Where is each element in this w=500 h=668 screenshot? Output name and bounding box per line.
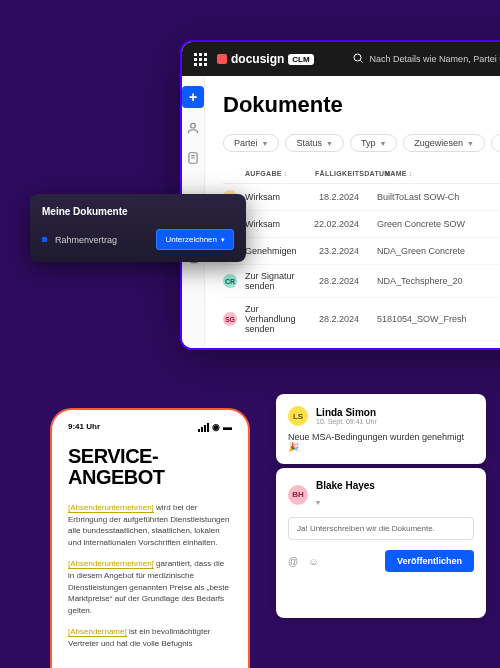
status-bar: 9:41 Uhr ◉ ▬: [68, 422, 232, 432]
battery-icon: ▬: [223, 422, 232, 432]
user-icon[interactable]: [183, 118, 203, 138]
date-cell: 22.02.2024: [307, 219, 377, 229]
apps-grid-icon[interactable]: [194, 53, 207, 66]
chevron-down-icon: ▼: [379, 140, 386, 147]
sender-company-placeholder[interactable]: [Absenderunternehmen]: [68, 559, 154, 569]
mention-icon[interactable]: @: [288, 556, 298, 567]
task-cell: Genehmigen: [245, 246, 307, 256]
date-cell: 18.2.2024: [307, 192, 377, 202]
mydocs-item[interactable]: Rahmenvertrag: [55, 235, 148, 245]
mydocs-title: Meine Dokumente: [42, 206, 234, 217]
avatar[interactable]: LS: [288, 406, 308, 426]
chevron-down-icon[interactable]: ▾: [316, 498, 320, 507]
doc-para-3: [Absendername] ist ein bevollmächtigter …: [68, 626, 232, 649]
col-name: NAME↕: [385, 170, 500, 177]
name-cell: Green Concrete SOW: [377, 219, 500, 229]
sort-icon[interactable]: ↕: [284, 170, 288, 177]
app-topbar: docusign CLM Nach Details wie Namen, Par…: [182, 42, 500, 76]
name-cell: NDA_Green Concrete: [377, 246, 500, 256]
table-row[interactable]: CEWirksam22.02.2024Green Concrete SOW: [223, 211, 500, 238]
task-cell: Wirksam: [245, 219, 307, 229]
comment-time: 10. Sept. 09:41 Uhr: [316, 418, 377, 425]
task-cell: Zur Verhandlung senden: [245, 304, 307, 334]
search-bar[interactable]: Nach Details wie Namen, Partei und Ty: [352, 50, 500, 68]
mydocs-row: Rahmenvertrag Unterzeichnen▾: [42, 229, 234, 250]
table-row[interactable]: NGGenehmigen23.2.2024NDA_Green Concrete: [223, 238, 500, 265]
name-cell: NDA_Techsphere_20: [377, 276, 500, 286]
date-cell: 28.2.2024: [307, 314, 377, 324]
comment-body: Neue MSA-Bedingungen wurden genehmigt 🎉: [288, 432, 474, 452]
filter-pill-partei[interactable]: Partei▼: [223, 134, 279, 152]
clm-badge: CLM: [288, 54, 313, 65]
sender-company-placeholder[interactable]: [Absenderunternehmen]: [68, 503, 154, 513]
signal-icon: [198, 423, 209, 432]
svg-point-2: [191, 123, 196, 128]
col-task: AUFGABE↕: [245, 170, 315, 177]
table-header: AUFGABE↕ FÄLLIGKEITSDATUM↕ NAME↕: [223, 164, 500, 184]
add-button[interactable]: +: [182, 86, 204, 108]
svg-line-1: [360, 60, 362, 62]
main-content: Dokumente Partei▼ Status▼ Typ▼ Zugewiese…: [205, 76, 500, 348]
col-due: FÄLLIGKEITSDATUM↕: [315, 170, 385, 177]
logo-text: docusign: [231, 52, 284, 66]
mobile-mockup: 9:41 Uhr ◉ ▬ SERVICE-ANGEBOT [Absenderun…: [50, 408, 250, 668]
name-cell: 5181054_SOW_Fresh: [377, 314, 500, 324]
table-row[interactable]: SGZur Verhandlung senden28.2.20245181054…: [223, 298, 500, 341]
table-row[interactable]: CCWirksam18.2.2024BuiltToLast SOW-Ch: [223, 184, 500, 211]
chevron-down-icon: ▼: [467, 140, 474, 147]
date-cell: 23.2.2024: [307, 246, 377, 256]
doc-para-2: [Absenderunternehmen] garantiert, dass d…: [68, 558, 232, 616]
chevron-down-icon: ▾: [221, 236, 225, 244]
logo-mark-icon: [217, 54, 227, 64]
comment-card: BH Blake Hayes ▾ Ja! Unterschreiben wir …: [276, 468, 486, 618]
search-placeholder: Nach Details wie Namen, Partei und Ty: [370, 54, 500, 64]
date-cell: 28.2.2024: [307, 276, 377, 286]
table-body: CCWirksam18.2.2024BuiltToLast SOW-ChCEWi…: [223, 184, 500, 341]
document-icon[interactable]: [183, 148, 203, 168]
my-documents-popover: Meine Dokumente Rahmenvertrag Unterzeich…: [30, 194, 246, 262]
sender-name-placeholder[interactable]: [Absendername]: [68, 627, 127, 637]
filter-row: Partei▼ Status▼ Typ▼ Zugewiesen▼ ▽Filte: [223, 134, 500, 152]
doc-para-1: [Absenderunternehmen] wird bei der Erbri…: [68, 502, 232, 548]
filter-button[interactable]: ▽Filte: [491, 134, 500, 152]
chevron-down-icon: ▼: [326, 140, 333, 147]
table-row[interactable]: CRZur Signatur senden28.2.2024NDA_Techsp…: [223, 265, 500, 298]
status-dot: CR: [223, 274, 237, 288]
sign-button[interactable]: Unterzeichnen▾: [156, 229, 234, 250]
filter-pill-status[interactable]: Status▼: [285, 134, 343, 152]
search-icon: [352, 50, 364, 68]
wifi-icon: ◉: [212, 422, 220, 432]
publish-button[interactable]: Veröffentlichen: [385, 550, 474, 572]
sort-icon[interactable]: ↕: [409, 170, 413, 177]
filter-pill-zugewiesen[interactable]: Zugewiesen▼: [403, 134, 484, 152]
brand-logo: docusign CLM: [217, 52, 314, 66]
comment-card: LS Linda Simon 10. Sept. 09:41 Uhr Neue …: [276, 394, 486, 464]
comment-author: Blake Hayes: [316, 480, 375, 491]
filter-pill-typ[interactable]: Typ▼: [350, 134, 397, 152]
reply-input[interactable]: Ja! Unterschreiben wir die Dokumente.: [288, 517, 474, 540]
status-dot: SG: [223, 312, 237, 326]
emoji-icon[interactable]: ☺: [308, 556, 318, 567]
chevron-down-icon: ▼: [262, 140, 269, 147]
comment-author: Linda Simon: [316, 407, 377, 418]
svg-point-0: [354, 54, 361, 61]
time-label: 9:41 Uhr: [68, 422, 100, 432]
doc-title: SERVICE-ANGEBOT: [68, 446, 232, 488]
page-title: Dokumente: [223, 92, 500, 118]
avatar[interactable]: BH: [288, 485, 308, 505]
task-cell: Zur Signatur senden: [245, 271, 307, 291]
task-cell: Wirksam: [245, 192, 307, 202]
bullet-icon: [42, 237, 47, 242]
name-cell: BuiltToLast SOW-Ch: [377, 192, 500, 202]
